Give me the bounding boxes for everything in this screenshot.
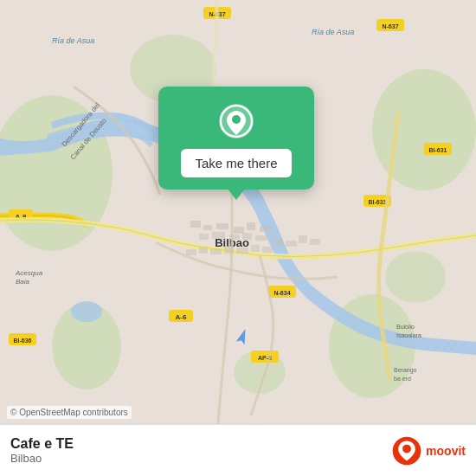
svg-text:ba erd: ba erd <box>394 376 411 382</box>
svg-rect-48 <box>224 246 234 254</box>
svg-rect-45 <box>186 249 196 255</box>
svg-rect-49 <box>236 248 248 254</box>
svg-text:A-6: A-6 <box>176 313 187 321</box>
svg-text:Bulolio: Bulolio <box>396 324 415 330</box>
popup-card: Take me there <box>158 87 314 190</box>
svg-text:Isaoalara: Isaoalara <box>396 332 421 338</box>
svg-rect-39 <box>260 226 271 232</box>
svg-text:Baia: Baia <box>16 278 30 286</box>
svg-point-7 <box>385 251 446 303</box>
place-city: Bilbao <box>10 452 74 465</box>
svg-rect-51 <box>262 247 273 253</box>
svg-text:Berango: Berango <box>394 367 417 374</box>
svg-text:Acesqua: Acesqua <box>15 269 43 277</box>
moovit-logo: moovit <box>391 435 466 466</box>
moovit-text: moovit <box>426 444 466 458</box>
svg-rect-40 <box>199 234 209 240</box>
svg-point-64 <box>232 115 241 124</box>
svg-text:BI-631: BI-631 <box>428 147 447 153</box>
svg-point-8 <box>71 301 102 322</box>
moovit-logo-icon <box>391 435 422 466</box>
svg-rect-36 <box>216 223 228 229</box>
bottom-bar: Cafe e TE Bilbao moovit <box>0 424 476 476</box>
svg-rect-34 <box>190 221 201 228</box>
svg-text:N-634: N-634 <box>273 290 290 296</box>
svg-rect-41 <box>212 232 225 239</box>
svg-text:BI-636: BI-636 <box>13 338 31 344</box>
svg-text:BI-631: BI-631 <box>368 199 386 205</box>
map-background: A-8 BI-636 N-637 N-637 BI-631 BI-631 N-6… <box>0 0 476 424</box>
svg-rect-38 <box>247 222 255 230</box>
svg-text:N-637: N-637 <box>382 23 398 29</box>
take-me-there-button[interactable]: Take me there <box>181 149 291 177</box>
svg-rect-35 <box>203 225 212 230</box>
location-info: Cafe e TE Bilbao <box>10 436 74 465</box>
svg-rect-43 <box>242 233 252 240</box>
svg-rect-54 <box>299 235 307 243</box>
svg-rect-55 <box>310 239 320 245</box>
svg-text:Ría de Asua: Ría de Asua <box>312 28 354 36</box>
svg-point-66 <box>402 444 411 453</box>
map-container: A-8 BI-636 N-637 N-637 BI-631 BI-631 N-6… <box>0 0 476 424</box>
map-attribution: © OpenStreetMap contributors <box>7 406 132 419</box>
place-name: Cafe e TE <box>10 436 74 452</box>
svg-rect-53 <box>286 241 297 247</box>
svg-rect-50 <box>251 245 260 252</box>
svg-rect-37 <box>234 227 244 234</box>
svg-point-2 <box>372 69 476 190</box>
svg-text:Ría de Asua: Ría de Asua <box>52 36 94 45</box>
location-pin-icon <box>217 102 255 140</box>
svg-rect-47 <box>210 248 222 254</box>
svg-rect-46 <box>199 247 208 254</box>
svg-rect-42 <box>229 235 240 240</box>
svg-rect-52 <box>273 238 283 245</box>
svg-rect-44 <box>255 235 267 241</box>
